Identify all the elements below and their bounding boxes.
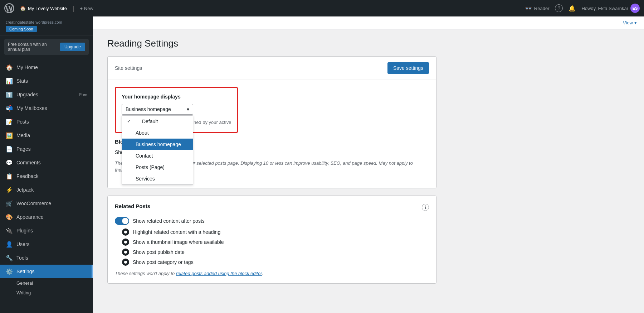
save-settings-button[interactable]: Save settings (387, 62, 429, 74)
radio-button-thumbnail[interactable] (122, 239, 129, 246)
dropdown-item-posts-page[interactable]: Posts (Page) (122, 162, 193, 173)
sidebar-item-my-mailboxes[interactable]: 📬 My Mailboxes (0, 101, 93, 115)
check-icon: ✓ (127, 119, 133, 124)
new-button[interactable]: + New (80, 6, 93, 11)
pages-icon: 📄 (6, 145, 13, 153)
tools-icon: 🔧 (6, 254, 13, 261)
sidebar-item-jetpack[interactable]: ⚡ Jetpack (0, 183, 93, 197)
dropdown-chevron-icon: ▾ (187, 106, 189, 112)
card-header: Site settings Save settings (108, 57, 436, 80)
site-name[interactable]: 🏠 My Lovely Website (20, 6, 67, 11)
jetpack-icon: ⚡ (6, 186, 13, 193)
mailboxes-icon: 📬 (6, 105, 13, 112)
view-bar: View ▾ (93, 16, 644, 29)
page-title: Reading Settings (107, 38, 436, 49)
homepage-dropdown-trigger[interactable]: Business homepage ▾ (122, 104, 193, 115)
appearance-icon: 🎨 (6, 213, 13, 221)
dropdown-item-about[interactable]: About (122, 127, 193, 139)
feedback-icon: 📋 (6, 173, 13, 180)
wp-logo-icon[interactable] (4, 3, 14, 13)
sidebar-item-posts[interactable]: 📝 Posts (0, 115, 93, 129)
sidebar-site-header: creatingatestsite.wordpress.com Coming S… (0, 16, 93, 35)
upgrade-button[interactable]: Upgrade (60, 43, 85, 51)
radio-button-publish-date[interactable] (122, 249, 129, 256)
sidebar-item-upgrades[interactable]: ⬆️ Upgrades Free (0, 88, 93, 101)
sidebar: creatingatestsite.wordpress.com Coming S… (0, 16, 93, 313)
view-button[interactable]: View ▾ (623, 20, 637, 25)
upgrades-icon: ⬆️ (6, 91, 13, 98)
woocommerce-icon: 🛒 (6, 200, 13, 207)
plugins-icon: 🔌 (6, 227, 13, 234)
sidebar-item-appearance[interactable]: 🎨 Appearance (0, 210, 93, 224)
content-area: Reading Settings Site settings Save sett… (93, 29, 451, 299)
sidebar-item-my-home[interactable]: 🏠 My Home (0, 61, 93, 74)
main-content: View ▾ Reading Settings Site settings Sa… (93, 16, 644, 313)
site-url: creatingatestsite.wordpress.com (6, 20, 87, 24)
homepage-dropdown-menu: ✓ — Default — About Business homepage (122, 115, 193, 185)
dropdown-item-business-homepage[interactable]: Business homepage (122, 139, 193, 150)
sidebar-nav: 🏠 My Home 📊 Stats ⬆️ Upgrades Free 📬 My … (0, 58, 93, 313)
radio-row-thumbnail: Show a thumbnail image where available (115, 239, 429, 246)
homepage-dropdown-wrapper: Business homepage ▾ ✓ — Default — (122, 104, 193, 115)
show-related-toggle[interactable] (115, 217, 129, 225)
posts-icon: 📝 (6, 118, 13, 125)
users-icon: 👤 (6, 241, 13, 248)
sidebar-item-users[interactable]: 👤 Users (0, 237, 93, 251)
card-header-title: Site settings (115, 65, 142, 71)
settings-card: Site settings Save settings Your homepag… (107, 56, 436, 188)
radio-label-highlight: Highlight related content with a heading (133, 229, 220, 235)
related-posts-note: These settings won't apply to related po… (115, 271, 429, 276)
related-posts-card: Related Posts ℹ Show related content aft… (107, 196, 436, 284)
user-menu[interactable]: Howdy, Ekta Swarnkar ES (581, 4, 640, 13)
info-icon[interactable]: ℹ (422, 204, 429, 211)
reader-button[interactable]: 👓 Reader (525, 5, 550, 12)
avatar: ES (630, 4, 640, 13)
reader-icon: 👓 (525, 5, 532, 12)
homepage-section: Your homepage displays Business homepage… (115, 87, 238, 133)
help-button[interactable]: ? (555, 4, 563, 12)
homepage-section-label: Your homepage displays (122, 94, 231, 100)
dropdown-item-default[interactable]: ✓ — Default — (122, 116, 193, 127)
sidebar-subitem-general[interactable]: General (0, 278, 93, 288)
sidebar-item-pages[interactable]: 📄 Pages (0, 142, 93, 156)
sidebar-item-media[interactable]: 🖼️ Media (0, 129, 93, 142)
dropdown-item-contact[interactable]: Contact (122, 150, 193, 162)
block-editor-link[interactable]: related posts added using the block edit… (176, 271, 262, 276)
related-posts-title: Related Posts (115, 203, 150, 209)
upgrades-badge: Free (79, 92, 87, 97)
sidebar-item-woocommerce[interactable]: 🛒 WooCommerce (0, 197, 93, 210)
sidebar-item-settings[interactable]: ⚙️ Settings (0, 265, 93, 278)
sidebar-item-tools[interactable]: 🔧 Tools (0, 251, 93, 265)
settings-submenu: General Writing (0, 278, 93, 298)
radio-row-category-tags: Show post category or tags (115, 259, 429, 266)
dropdown-selected-text: Business homepage (126, 106, 171, 112)
admin-bar: 🏠 My Lovely Website | + New 👓 Reader ? 🔔… (0, 0, 644, 16)
notifications-bell-icon[interactable]: 🔔 (569, 5, 576, 12)
dropdown-item-services[interactable]: Services (122, 173, 193, 184)
coming-soon-button[interactable]: Coming Soon (6, 26, 37, 32)
radio-label-thumbnail: Show a thumbnail image where available (133, 239, 224, 245)
radio-row-publish-date: Show post publish date (115, 249, 429, 256)
upgrade-banner-text: Free domain with an annual plan (8, 42, 60, 52)
related-posts-body: Related Posts ℹ Show related content aft… (108, 196, 436, 283)
radio-button-highlight[interactable] (122, 228, 129, 236)
media-icon: 🖼️ (6, 132, 13, 139)
radio-label-publish-date: Show post publish date (133, 249, 185, 255)
stats-icon: 📊 (6, 77, 13, 85)
sidebar-item-comments[interactable]: 💬 Comments (0, 156, 93, 169)
sidebar-subitem-writing[interactable]: Writing (0, 288, 93, 298)
comments-icon: 💬 (6, 159, 13, 166)
settings-icon: ⚙️ (6, 268, 13, 275)
sidebar-item-feedback[interactable]: 📋 Feedback (0, 169, 93, 183)
radio-row-highlight: Highlight related content with a heading (115, 228, 429, 236)
show-related-label: Show related content after posts (133, 218, 205, 224)
house-icon: 🏠 (20, 6, 26, 11)
sidebar-item-plugins[interactable]: 🔌 Plugins (0, 224, 93, 237)
sidebar-item-stats[interactable]: 📊 Stats (0, 74, 93, 88)
chevron-down-icon: ▾ (634, 20, 637, 25)
show-related-toggle-row: Show related content after posts (115, 217, 429, 225)
card-body: Your homepage displays Business homepage… (108, 80, 436, 188)
radio-button-category-tags[interactable] (122, 259, 129, 266)
related-posts-header: Related Posts ℹ (115, 203, 429, 212)
home-icon: 🏠 (6, 64, 13, 71)
